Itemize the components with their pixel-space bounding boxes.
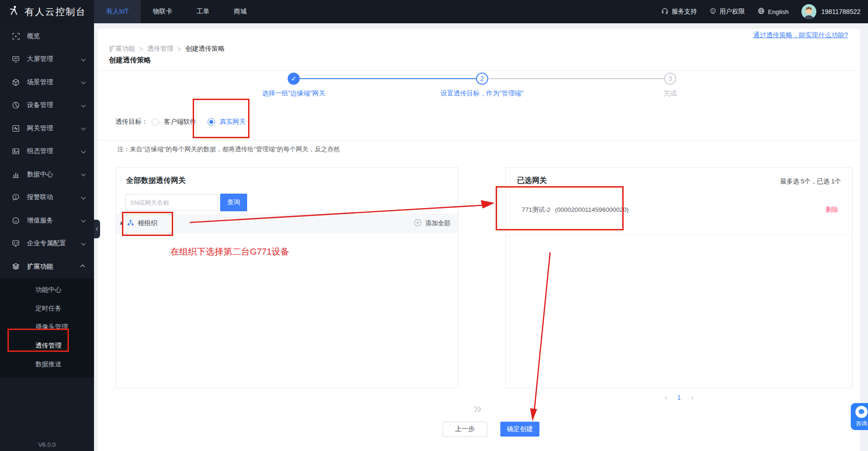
bar-chart-icon [12, 171, 20, 178]
sidebar-item-overview[interactable]: 概览 [0, 25, 94, 48]
previous-step-button[interactable]: 上一步 [443, 422, 487, 437]
usr-logo-icon [7, 5, 20, 19]
monitor-code-icon [12, 240, 20, 247]
radio-unchecked-icon[interactable] [152, 118, 159, 126]
sidebar-subitem-data-push[interactable]: 数据推送 [0, 355, 94, 374]
all-gateways-title: 全部数据透传网关 [126, 176, 186, 186]
sidebar-item-scada-mgmt[interactable]: 组态管理 [0, 140, 94, 163]
gateway-icon [12, 125, 20, 132]
breadcrumb-passthrough[interactable]: 透传管理 [147, 45, 173, 53]
search-button[interactable]: 查询 [220, 194, 247, 211]
screen-icon [12, 55, 20, 63]
sidebar-menu: 概览 大屏管理 场景管理 设备管理 网关管理 [0, 23, 94, 377]
dashboard-icon [12, 33, 20, 40]
prev-page-icon[interactable]: ‹ [665, 393, 667, 401]
breadcrumb-extensions[interactable]: 扩展功能 [109, 45, 135, 53]
chevron-down-icon [81, 103, 86, 108]
smiley-icon [12, 217, 20, 224]
chevron-down-icon [81, 57, 86, 61]
circle-plus-icon [414, 219, 422, 228]
transfer-right-icon: » [473, 399, 483, 417]
radio-real-gateway[interactable]: 真实网关 [208, 118, 246, 126]
account-phone[interactable]: 19811788522 [821, 8, 861, 15]
version-label: V6.0.0 [0, 441, 94, 448]
chevron-down-icon [81, 149, 86, 154]
chevron-left-icon [95, 227, 99, 231]
tab-work-order[interactable]: 工单 [184, 0, 222, 23]
extensions-submenu: 功能中心 定时任务 摄像头管理 透传管理 数据推送 [0, 278, 94, 377]
chevron-down-icon [81, 241, 86, 246]
page-title: 创建透传策略 [109, 56, 151, 65]
top-tabs: 有人IoT 物联卡 工单 商城 [94, 0, 259, 23]
search-row: 查询 [125, 194, 247, 211]
sidebar-item-extensions[interactable]: 扩展功能 [0, 255, 94, 278]
avatar[interactable] [801, 4, 816, 19]
sidebar-item-enterprise-config[interactable]: 企业专属配置 [0, 232, 94, 256]
add-all-button[interactable]: 添加全部 [414, 219, 451, 228]
sidebar-item-gateway-mgmt[interactable]: 网关管理 [0, 117, 94, 140]
page-number[interactable]: 1 [677, 394, 681, 401]
sidebar-item-screen-mgmt[interactable]: 大屏管理 [0, 48, 94, 71]
chat-bubble-icon [855, 406, 868, 418]
brand: 有人云控制台 [0, 5, 94, 19]
help-link[interactable]: 通过透传策略，能实现什么功能? [753, 31, 848, 40]
selected-gateway-name: 771测试-2(00002000114596000020) [522, 206, 629, 214]
sidebar-item-value-added[interactable]: 增值服务 [0, 209, 94, 232]
next-page-icon[interactable]: › [691, 393, 693, 401]
shield-icon [710, 8, 716, 16]
radio-client-software-label: 客户端软件 [164, 118, 196, 126]
language-switch[interactable]: English [758, 7, 788, 16]
tab-iot-card[interactable]: 物联卡 [141, 0, 184, 23]
org-tree-row[interactable]: 根组织 添加全部 [116, 214, 458, 233]
root-org-node[interactable]: 根组织 [127, 219, 157, 228]
chevron-down-icon [81, 80, 86, 84]
radio-checked-icon[interactable] [208, 118, 215, 126]
delete-link[interactable]: 删除 [826, 206, 838, 214]
sidebar-subitem-function-center[interactable]: 功能中心 [0, 281, 94, 299]
sidebar-item-data-center[interactable]: 数据中心 [0, 163, 94, 186]
alarm-icon [12, 194, 20, 201]
confirm-create-button[interactable]: 确定创建 [500, 422, 539, 437]
sidebar-subitem-passthrough-mgmt[interactable]: 透传管理 [0, 337, 94, 355]
step2-circle: 2 [476, 73, 488, 85]
tab-usr-iot[interactable]: 有人IoT [94, 0, 141, 23]
tab-mall[interactable]: 商城 [222, 0, 259, 23]
breadcrumb-separator: > [177, 45, 181, 53]
step1-circle: ✓ [288, 73, 300, 85]
search-input[interactable] [125, 194, 218, 211]
target-label: 透传目标： [115, 118, 148, 126]
check-icon: ✓ [291, 74, 297, 83]
sidebar-item-device-mgmt[interactable]: 设备管理 [0, 94, 94, 117]
all-gateways-panel: 全部数据透传网关 查询 根组织 添加全部 [115, 167, 458, 388]
transfer-panels: 全部数据透传网关 查询 根组织 添加全部 [98, 167, 860, 388]
service-support-label: 服务支持 [672, 7, 697, 16]
consult-floating-button[interactable]: 咨询 [851, 403, 868, 430]
root-org-label: 根组织 [138, 219, 157, 228]
selected-gateways-panel: 已选网关 最多选 5个，已选 1个 771测试-2(00002000114596… [505, 167, 853, 388]
breadcrumb-separator: > [139, 45, 143, 53]
consult-label: 咨询 [856, 420, 867, 428]
layers-icon [12, 263, 20, 270]
divider [98, 140, 860, 141]
user-permission-label: 用户权限 [720, 7, 745, 16]
sidebar-item-alarm-linkage[interactable]: 报警联动 [0, 186, 94, 209]
globe-icon [758, 7, 765, 16]
radio-client-software[interactable]: 客户端软件 [152, 118, 196, 126]
selected-gateway-row: 771测试-2(00002000114596000020) 删除 [506, 186, 852, 236]
selection-limit-text: 最多选 5个，已选 1个 [780, 177, 841, 186]
step1-label: 选择一组"边缘端"网关 [262, 89, 325, 98]
stepper: ✓ 2 3 选择一组"边缘端"网关 设置透传目标，作为"管理端" 完成 [98, 70, 860, 103]
sidebar-collapse-handle[interactable] [94, 220, 100, 238]
chevron-down-icon [81, 126, 86, 130]
step-connector-pending [482, 78, 671, 79]
sidebar-subitem-scheduled-tasks[interactable]: 定时任务 [0, 299, 94, 318]
service-support-link[interactable]: 服务支持 [661, 7, 697, 16]
pagination: ‹ 1 › [505, 393, 853, 401]
user-permission-link[interactable]: 用户权限 [710, 7, 745, 16]
sidebar-subitem-camera-mgmt[interactable]: 摄像头管理 [0, 318, 94, 337]
tree-caret-icon[interactable] [121, 222, 123, 225]
step2-label: 设置透传目标，作为"管理端" [441, 89, 524, 98]
footer-buttons: 上一步 确定创建 [98, 422, 860, 437]
sidebar-item-scene-mgmt[interactable]: 场景管理 [0, 71, 94, 94]
target-row: 透传目标： 客户端软件 真实网关 [115, 116, 257, 128]
